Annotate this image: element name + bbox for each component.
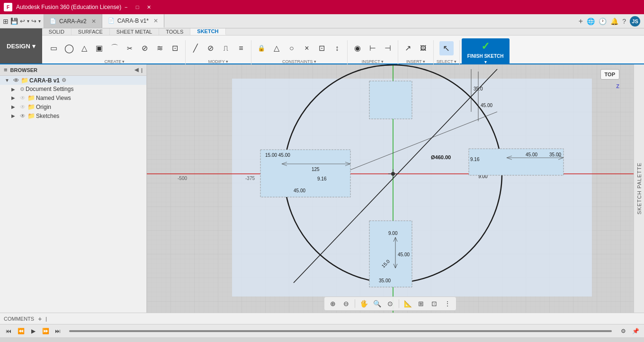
inspect-measure-button[interactable]: ◉ [350,41,365,55]
sketches-visibility-icon[interactable]: 👁 [20,113,26,119]
constraint-symmetry-button[interactable]: ↕ [330,41,344,55]
folder-icon: 📁 [21,77,28,84]
grid-settings-button[interactable]: ⊞ [415,298,427,309]
constraint-equal-button[interactable]: ⊡ [315,41,329,55]
svg-text:9.16: 9.16 [470,157,480,162]
toolbar-separator [355,299,355,308]
browser-pin-button[interactable]: | [141,67,143,73]
svg-text:9.00: 9.00 [388,231,398,236]
create-point-button[interactable]: ▣ [92,41,107,55]
timeline-slider[interactable] [69,330,612,332]
browser-collapse-button[interactable]: ◀ [134,67,138,73]
tab-surface[interactable]: SURFACE [72,28,110,35]
comments-bar: COMMENTS + | [0,313,644,324]
redo-icon[interactable]: ↪ [31,18,36,25]
svg-text:45.00: 45.00 [481,103,492,108]
browser-item-named-views[interactable]: ▶ 👁 📁 Named Views [0,93,146,102]
create-pattern-button[interactable]: ≋ [153,41,167,55]
undo-icon[interactable]: ↩ [20,18,25,25]
undo-arrow[interactable]: ▾ [27,18,29,24]
browser-item-sketches[interactable]: ▶ 👁 📁 Sketches [0,111,146,120]
timeline-settings-icon[interactable]: ⚙ [618,326,628,336]
modify-offset-button[interactable]: ⊘ [204,41,218,55]
grid-icon[interactable]: ⊞ [3,18,9,25]
tab-close-cara-av2[interactable]: ✕ [91,18,96,25]
tab-close-cara-bv1[interactable]: ✕ [153,18,158,24]
browser-root-label: CARA-B v1 [29,77,60,84]
insert-group: ↗ 🖼 INSERT ▾ [398,40,434,65]
tab-cara-bv1[interactable]: 📄 CARA-B v1* ✕ [102,14,164,28]
browser-collapse-icon[interactable]: ≡ [4,66,8,73]
add-comment-button[interactable]: + [38,315,42,323]
snap-settings-button[interactable]: ⊡ [429,298,440,309]
svg-text:35.00: 35.00 [379,278,391,283]
gear-icon[interactable]: ⚙ [62,77,66,83]
display-settings-button[interactable]: 📐 [402,298,413,309]
select-button[interactable]: ↖ [439,41,454,55]
modify-trim-button[interactable]: ⎍ [219,41,233,55]
create-offset-button[interactable]: ⊘ [138,41,152,55]
svg-text:45.00: 45.00 [526,152,537,157]
create-circle-button[interactable]: ◯ [62,41,76,55]
save-icon[interactable]: 💾 [10,18,18,25]
play-next-button[interactable]: ⏩ [41,326,50,336]
online-icon[interactable]: 🌐 [587,18,595,25]
finish-sketch-button[interactable]: ✓ FINISH SKETCH ▾ [462,38,510,66]
create-arc-button[interactable]: ⌒ [107,41,122,55]
create-mirror-button[interactable]: ⊡ [168,41,182,55]
zoom-button[interactable]: 🔍 [371,298,383,309]
modify-fillet-button[interactable]: ╱ [188,41,203,55]
minimize-button[interactable]: − [121,2,131,12]
browser-item-root[interactable]: ▼ 👁 📁 CARA-B v1 ⚙ [0,76,146,85]
help-icon[interactable]: ? [622,18,626,25]
browser-item-doc-settings[interactable]: ▶ ⚙ Document Settings [0,85,146,93]
visibility-icon[interactable]: 👁 [13,77,19,84]
tab-sheet-metal[interactable]: SHEET METAL [110,28,159,35]
redo-arrow[interactable]: ▾ [38,18,41,24]
create-rectangle-button[interactable]: ▭ [47,41,61,55]
constraint-parallel-button[interactable]: ○ [285,41,299,55]
tab-cara-av2[interactable]: 📄 CARA-Av2 ✕ [44,14,102,28]
tab-icon-active: 📄 [108,18,115,24]
inspect-zebra-button[interactable]: ⊢ [366,41,380,55]
new-tab-button[interactable]: + [579,17,583,26]
view-cube[interactable]: TOP [600,69,619,80]
insert-image-button[interactable]: 🖼 [416,41,430,55]
fit-view-button[interactable]: ⊕ [327,298,339,309]
constraint-coincident-button[interactable]: 🔒 [254,41,268,55]
insert-svg-button[interactable]: ↗ [401,41,415,55]
orbit-button[interactable]: ⊙ [385,298,396,309]
modify-chevron-icon: ▾ [226,59,228,64]
browser-item-origin[interactable]: ▶ 👁 📁 Origin [0,102,146,111]
svg-text:-375: -375 [245,176,255,181]
modify-extend-button[interactable]: ≡ [234,41,248,55]
create-trim-button[interactable]: ✂ [123,41,137,55]
timeline-marker-icon[interactable]: 📌 [631,326,640,336]
ribbon-tab-headers: SOLID SURFACE SHEET METAL TOOLS SKETCH [42,28,644,36]
constraint-perpendicular-button[interactable]: △ [269,41,284,55]
play-start-button[interactable]: ⏮ [4,326,13,336]
design-workspace-button[interactable]: DESIGN ▾ [0,28,42,63]
history-icon[interactable]: 🕐 [599,18,607,25]
sketch-palette-panel[interactable]: SKETCH PALETTE [634,64,644,313]
create-triangle-button[interactable]: △ [77,41,91,55]
close-button[interactable]: ✕ [144,2,153,12]
inspect-curvature-button[interactable]: ⊣ [381,41,395,55]
tab-tools[interactable]: TOOLS [159,28,190,35]
play-prev-button[interactable]: ⏪ [16,326,26,336]
zoom-fit-button[interactable]: ⊖ [340,298,352,309]
folder-icon-named-views: 📁 [27,94,35,101]
constraint-tangent-button[interactable]: × [300,41,314,55]
tab-solid[interactable]: SOLID [42,28,72,35]
user-avatar[interactable]: JS [630,16,640,27]
maximize-button[interactable]: □ [133,2,142,12]
canvas-area[interactable]: -500 -375 -250 35.0 45.00 9.00 Ø [147,64,634,313]
play-button[interactable]: ▶ [28,326,38,336]
play-end-button[interactable]: ⏭ [53,326,63,336]
tab-sketch[interactable]: SKETCH [190,28,225,35]
notification-icon[interactable]: 🔔 [610,18,618,25]
tab-icon: 📄 [50,18,56,24]
pan-button[interactable]: 🖐 [358,298,369,309]
more-settings-button[interactable]: ⋮ [442,298,453,309]
finish-sketch-chevron-icon: ▾ [484,60,487,64]
